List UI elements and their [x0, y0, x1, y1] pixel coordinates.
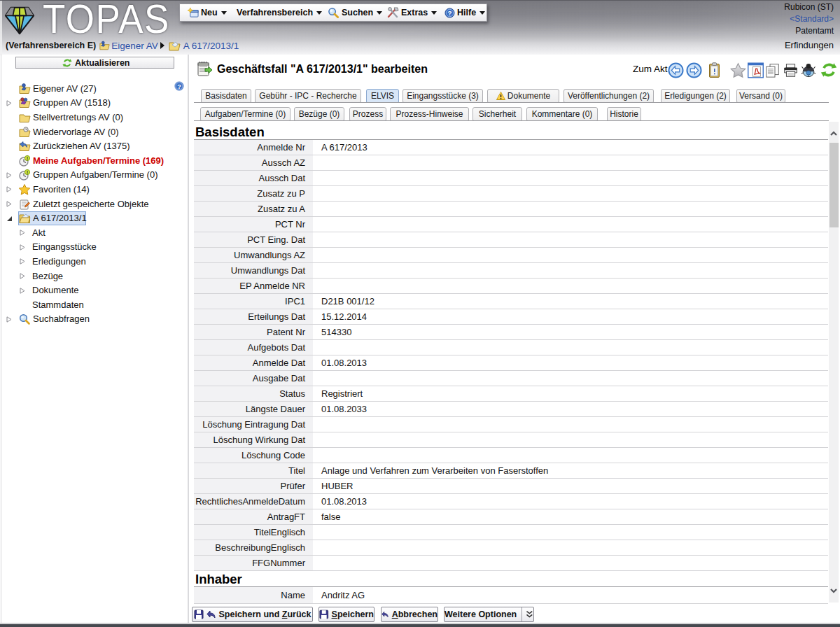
svg-text:?: ? — [447, 9, 451, 17]
svg-text:!: ! — [27, 155, 28, 160]
svg-text:!: ! — [27, 170, 28, 175]
